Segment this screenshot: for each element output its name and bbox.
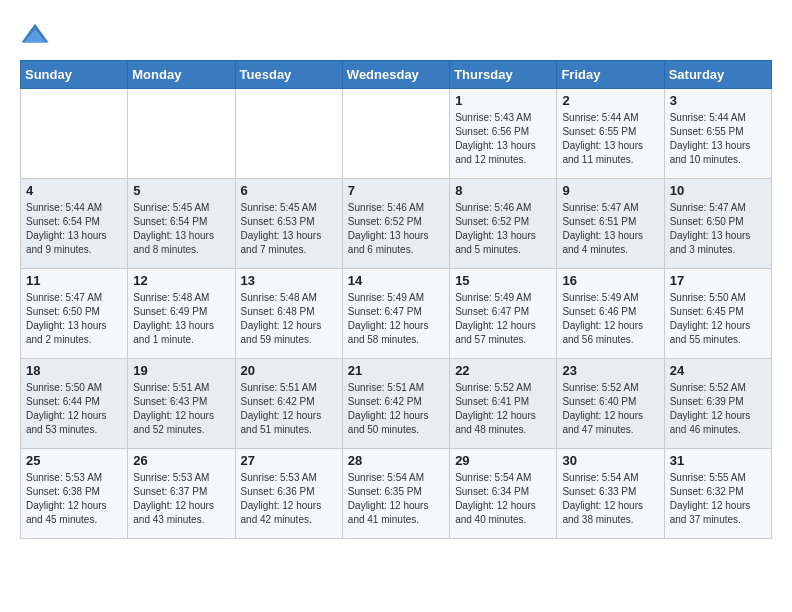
day-detail: Sunrise: 5:54 AM Sunset: 6:34 PM Dayligh… xyxy=(455,471,551,527)
calendar-cell-22: 22Sunrise: 5:52 AM Sunset: 6:41 PM Dayli… xyxy=(450,359,557,449)
calendar-cell-5: 5Sunrise: 5:45 AM Sunset: 6:54 PM Daylig… xyxy=(128,179,235,269)
day-detail: Sunrise: 5:51 AM Sunset: 6:43 PM Dayligh… xyxy=(133,381,229,437)
day-number: 5 xyxy=(133,183,229,198)
weekday-header-tuesday: Tuesday xyxy=(235,61,342,89)
day-detail: Sunrise: 5:46 AM Sunset: 6:52 PM Dayligh… xyxy=(455,201,551,257)
day-detail: Sunrise: 5:44 AM Sunset: 6:55 PM Dayligh… xyxy=(562,111,658,167)
calendar-cell-empty xyxy=(342,89,449,179)
day-detail: Sunrise: 5:52 AM Sunset: 6:39 PM Dayligh… xyxy=(670,381,766,437)
day-number: 17 xyxy=(670,273,766,288)
day-detail: Sunrise: 5:46 AM Sunset: 6:52 PM Dayligh… xyxy=(348,201,444,257)
calendar-cell-15: 15Sunrise: 5:49 AM Sunset: 6:47 PM Dayli… xyxy=(450,269,557,359)
calendar-cell-2: 2Sunrise: 5:44 AM Sunset: 6:55 PM Daylig… xyxy=(557,89,664,179)
day-number: 27 xyxy=(241,453,337,468)
day-detail: Sunrise: 5:49 AM Sunset: 6:47 PM Dayligh… xyxy=(348,291,444,347)
day-detail: Sunrise: 5:44 AM Sunset: 6:54 PM Dayligh… xyxy=(26,201,122,257)
calendar-cell-23: 23Sunrise: 5:52 AM Sunset: 6:40 PM Dayli… xyxy=(557,359,664,449)
logo xyxy=(20,20,54,50)
day-detail: Sunrise: 5:45 AM Sunset: 6:54 PM Dayligh… xyxy=(133,201,229,257)
calendar-cell-12: 12Sunrise: 5:48 AM Sunset: 6:49 PM Dayli… xyxy=(128,269,235,359)
day-number: 29 xyxy=(455,453,551,468)
calendar-header-row: SundayMondayTuesdayWednesdayThursdayFrid… xyxy=(21,61,772,89)
day-detail: Sunrise: 5:47 AM Sunset: 6:51 PM Dayligh… xyxy=(562,201,658,257)
day-number: 24 xyxy=(670,363,766,378)
day-detail: Sunrise: 5:52 AM Sunset: 6:41 PM Dayligh… xyxy=(455,381,551,437)
day-number: 28 xyxy=(348,453,444,468)
calendar-week-5: 25Sunrise: 5:53 AM Sunset: 6:38 PM Dayli… xyxy=(21,449,772,539)
day-number: 26 xyxy=(133,453,229,468)
day-number: 1 xyxy=(455,93,551,108)
calendar-cell-empty xyxy=(235,89,342,179)
day-number: 15 xyxy=(455,273,551,288)
day-number: 18 xyxy=(26,363,122,378)
weekday-header-thursday: Thursday xyxy=(450,61,557,89)
calendar-cell-13: 13Sunrise: 5:48 AM Sunset: 6:48 PM Dayli… xyxy=(235,269,342,359)
day-detail: Sunrise: 5:51 AM Sunset: 6:42 PM Dayligh… xyxy=(241,381,337,437)
calendar-cell-28: 28Sunrise: 5:54 AM Sunset: 6:35 PM Dayli… xyxy=(342,449,449,539)
calendar-cell-17: 17Sunrise: 5:50 AM Sunset: 6:45 PM Dayli… xyxy=(664,269,771,359)
day-detail: Sunrise: 5:47 AM Sunset: 6:50 PM Dayligh… xyxy=(26,291,122,347)
day-detail: Sunrise: 5:48 AM Sunset: 6:48 PM Dayligh… xyxy=(241,291,337,347)
weekday-header-saturday: Saturday xyxy=(664,61,771,89)
day-number: 3 xyxy=(670,93,766,108)
day-number: 4 xyxy=(26,183,122,198)
calendar-cell-18: 18Sunrise: 5:50 AM Sunset: 6:44 PM Dayli… xyxy=(21,359,128,449)
calendar-table: SundayMondayTuesdayWednesdayThursdayFrid… xyxy=(20,60,772,539)
calendar-cell-9: 9Sunrise: 5:47 AM Sunset: 6:51 PM Daylig… xyxy=(557,179,664,269)
calendar-week-2: 4Sunrise: 5:44 AM Sunset: 6:54 PM Daylig… xyxy=(21,179,772,269)
day-number: 19 xyxy=(133,363,229,378)
day-detail: Sunrise: 5:45 AM Sunset: 6:53 PM Dayligh… xyxy=(241,201,337,257)
day-number: 11 xyxy=(26,273,122,288)
calendar-cell-27: 27Sunrise: 5:53 AM Sunset: 6:36 PM Dayli… xyxy=(235,449,342,539)
calendar-cell-1: 1Sunrise: 5:43 AM Sunset: 6:56 PM Daylig… xyxy=(450,89,557,179)
day-detail: Sunrise: 5:53 AM Sunset: 6:38 PM Dayligh… xyxy=(26,471,122,527)
weekday-header-wednesday: Wednesday xyxy=(342,61,449,89)
day-number: 6 xyxy=(241,183,337,198)
calendar-cell-16: 16Sunrise: 5:49 AM Sunset: 6:46 PM Dayli… xyxy=(557,269,664,359)
calendar-week-4: 18Sunrise: 5:50 AM Sunset: 6:44 PM Dayli… xyxy=(21,359,772,449)
day-number: 21 xyxy=(348,363,444,378)
day-number: 16 xyxy=(562,273,658,288)
day-number: 2 xyxy=(562,93,658,108)
calendar-cell-7: 7Sunrise: 5:46 AM Sunset: 6:52 PM Daylig… xyxy=(342,179,449,269)
day-detail: Sunrise: 5:50 AM Sunset: 6:44 PM Dayligh… xyxy=(26,381,122,437)
day-number: 30 xyxy=(562,453,658,468)
day-number: 12 xyxy=(133,273,229,288)
calendar-cell-empty xyxy=(21,89,128,179)
day-detail: Sunrise: 5:49 AM Sunset: 6:47 PM Dayligh… xyxy=(455,291,551,347)
day-detail: Sunrise: 5:50 AM Sunset: 6:45 PM Dayligh… xyxy=(670,291,766,347)
day-number: 9 xyxy=(562,183,658,198)
day-number: 20 xyxy=(241,363,337,378)
day-detail: Sunrise: 5:49 AM Sunset: 6:46 PM Dayligh… xyxy=(562,291,658,347)
calendar-cell-19: 19Sunrise: 5:51 AM Sunset: 6:43 PM Dayli… xyxy=(128,359,235,449)
day-number: 25 xyxy=(26,453,122,468)
day-detail: Sunrise: 5:53 AM Sunset: 6:36 PM Dayligh… xyxy=(241,471,337,527)
day-number: 7 xyxy=(348,183,444,198)
calendar-cell-20: 20Sunrise: 5:51 AM Sunset: 6:42 PM Dayli… xyxy=(235,359,342,449)
calendar-week-3: 11Sunrise: 5:47 AM Sunset: 6:50 PM Dayli… xyxy=(21,269,772,359)
calendar-cell-25: 25Sunrise: 5:53 AM Sunset: 6:38 PM Dayli… xyxy=(21,449,128,539)
calendar-cell-31: 31Sunrise: 5:55 AM Sunset: 6:32 PM Dayli… xyxy=(664,449,771,539)
day-detail: Sunrise: 5:54 AM Sunset: 6:35 PM Dayligh… xyxy=(348,471,444,527)
calendar-cell-30: 30Sunrise: 5:54 AM Sunset: 6:33 PM Dayli… xyxy=(557,449,664,539)
weekday-header-monday: Monday xyxy=(128,61,235,89)
weekday-header-friday: Friday xyxy=(557,61,664,89)
day-number: 10 xyxy=(670,183,766,198)
logo-icon xyxy=(20,20,50,50)
calendar-cell-10: 10Sunrise: 5:47 AM Sunset: 6:50 PM Dayli… xyxy=(664,179,771,269)
day-number: 14 xyxy=(348,273,444,288)
calendar-cell-empty xyxy=(128,89,235,179)
day-number: 31 xyxy=(670,453,766,468)
calendar-cell-3: 3Sunrise: 5:44 AM Sunset: 6:55 PM Daylig… xyxy=(664,89,771,179)
day-detail: Sunrise: 5:48 AM Sunset: 6:49 PM Dayligh… xyxy=(133,291,229,347)
calendar-cell-24: 24Sunrise: 5:52 AM Sunset: 6:39 PM Dayli… xyxy=(664,359,771,449)
day-number: 22 xyxy=(455,363,551,378)
day-number: 23 xyxy=(562,363,658,378)
day-detail: Sunrise: 5:43 AM Sunset: 6:56 PM Dayligh… xyxy=(455,111,551,167)
calendar-cell-4: 4Sunrise: 5:44 AM Sunset: 6:54 PM Daylig… xyxy=(21,179,128,269)
calendar-cell-6: 6Sunrise: 5:45 AM Sunset: 6:53 PM Daylig… xyxy=(235,179,342,269)
day-detail: Sunrise: 5:44 AM Sunset: 6:55 PM Dayligh… xyxy=(670,111,766,167)
day-number: 8 xyxy=(455,183,551,198)
calendar-cell-21: 21Sunrise: 5:51 AM Sunset: 6:42 PM Dayli… xyxy=(342,359,449,449)
page-header xyxy=(20,20,772,50)
